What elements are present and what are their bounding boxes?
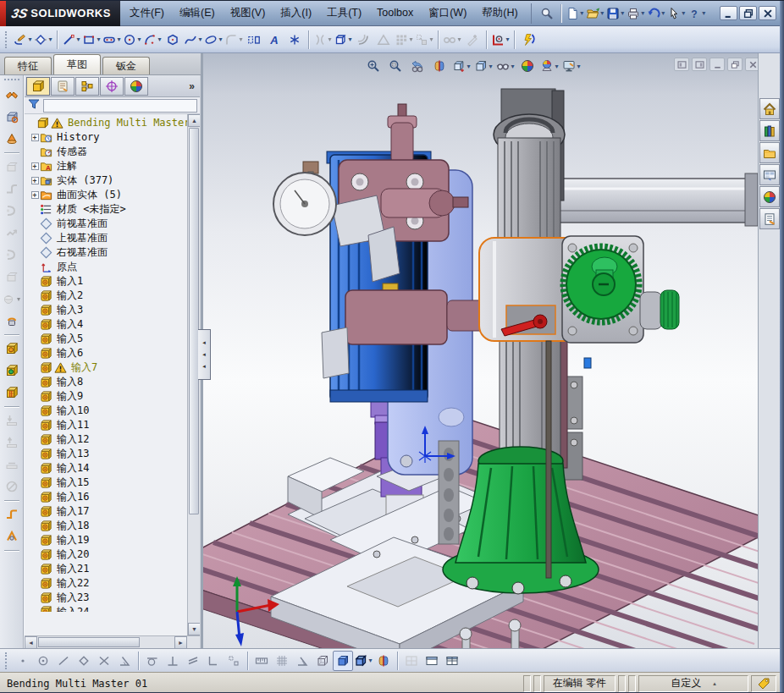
- tree-item-imported-17[interactable]: 输入17: [25, 504, 187, 519]
- dropdown-arrow[interactable]: ▾: [239, 36, 242, 43]
- tree-item-imported-7[interactable]: 输入7: [25, 360, 187, 375]
- dropdown-arrow[interactable]: ▾: [97, 36, 100, 43]
- design-library-button[interactable]: [759, 120, 780, 141]
- intersection-snap-icon[interactable]: [94, 651, 114, 671]
- perpendicular-snap-icon[interactable]: [163, 651, 183, 671]
- wireframe-display-icon[interactable]: [312, 651, 333, 671]
- model-lead-screw[interactable]: [546, 341, 551, 578]
- toolbar-drag-handle[interactable]: [5, 652, 8, 669]
- parting-line-icon[interactable]: [2, 85, 22, 105]
- tree-item-imported-12[interactable]: 输入12: [25, 432, 187, 447]
- dropdown-arrow[interactable]: ▾: [218, 36, 222, 43]
- new-document-icon[interactable]: ▾: [565, 3, 585, 24]
- undo-icon[interactable]: ▾: [646, 3, 666, 24]
- dropdown-arrow[interactable]: ▾: [76, 36, 80, 43]
- select-icon[interactable]: ▾: [666, 3, 687, 24]
- tree-item-history[interactable]: +History: [25, 130, 187, 145]
- collapse-task-pane-button[interactable]: [692, 58, 707, 71]
- dropdown-arrow[interactable]: ▾: [511, 63, 514, 70]
- scrollbar-thumb[interactable]: [38, 637, 140, 647]
- core-icon[interactable]: ▾: [2, 289, 22, 309]
- custom-properties-button[interactable]: [759, 208, 780, 229]
- dropdown-arrow[interactable]: ▾: [328, 36, 331, 43]
- tab-sheet-metal[interactable]: 钣金: [102, 57, 150, 74]
- dropdown-arrow[interactable]: ▾: [409, 36, 412, 43]
- tree-item-imported-13[interactable]: 输入13: [25, 447, 187, 461]
- line-snap-icon[interactable]: [53, 651, 74, 671]
- dropdown-arrow[interactable]: ▾: [580, 9, 583, 17]
- tree-item-material[interactable]: 材质 <未指定>: [25, 202, 187, 217]
- expand-icon[interactable]: +: [31, 177, 39, 184]
- tree-item-imported-24[interactable]: 输入24: [25, 605, 187, 612]
- grid-snap-icon[interactable]: [224, 651, 244, 671]
- rip-icon[interactable]: [2, 526, 22, 547]
- no-bends-icon[interactable]: [2, 476, 22, 497]
- insert-bends-icon[interactable]: [2, 504, 22, 525]
- fully-define-sketch-icon[interactable]: ▾: [490, 30, 511, 50]
- view-orientation-icon[interactable]: ▾: [450, 55, 472, 77]
- ellipse-icon[interactable]: ▾: [203, 30, 224, 50]
- panel-collapse-handle[interactable]: ◂◂◂: [198, 329, 211, 380]
- menu-insert[interactable]: 插入(I): [273, 1, 319, 25]
- hide-show-items-icon[interactable]: ▾: [494, 55, 516, 77]
- section-view-icon[interactable]: [428, 55, 450, 77]
- tree-item-imported-9[interactable]: 输入9: [25, 389, 187, 404]
- scroll-down-button[interactable]: ▼: [188, 623, 200, 635]
- configurationmanager-tab[interactable]: [75, 77, 99, 96]
- mirror-entities-icon[interactable]: [244, 30, 264, 50]
- scroll-up-button[interactable]: ▲: [188, 114, 200, 127]
- radiate-surface-icon[interactable]: [2, 245, 22, 265]
- menu-window[interactable]: 窗口(W): [421, 1, 474, 25]
- dropdown-arrow[interactable]: ▾: [577, 63, 580, 70]
- smart-dimension-icon[interactable]: ▾: [33, 30, 53, 50]
- expand-icon[interactable]: +: [31, 162, 39, 170]
- polygon-icon[interactable]: [163, 30, 183, 50]
- display-relations-icon[interactable]: ▾: [442, 30, 462, 50]
- tree-item-imported-8[interactable]: 输入8: [25, 375, 187, 389]
- help-icon[interactable]: ?▾: [687, 3, 707, 24]
- featuremanager-design-tree-tab[interactable]: [26, 77, 50, 96]
- window-close-button[interactable]: [759, 6, 776, 20]
- close-document-button[interactable]: [745, 58, 758, 71]
- extruded-boss-icon[interactable]: [2, 338, 22, 359]
- revolved-boss-icon[interactable]: [2, 360, 22, 381]
- solidworks-resources-button[interactable]: [759, 98, 780, 119]
- parallel-snap-icon[interactable]: [183, 651, 203, 671]
- tree-item-annotations[interactable]: +A注解: [25, 159, 187, 173]
- tree-item-solid-bodies[interactable]: +实体 (377): [25, 173, 187, 188]
- dropdown-arrow[interactable]: ▾: [117, 36, 120, 43]
- menu-file[interactable]: 文件(F): [122, 1, 172, 25]
- move-entities-icon[interactable]: ▾: [414, 30, 434, 50]
- tree-filter-input[interactable]: [43, 99, 197, 113]
- model-3d-view[interactable]: [203, 79, 758, 648]
- tree-item-top-plane[interactable]: 上视基准面: [25, 231, 187, 245]
- scrollbar-thumb[interactable]: [189, 128, 199, 514]
- status-custom-dropdown[interactable]: 自定义 ▴: [638, 675, 748, 692]
- tree-item-imported-18[interactable]: 输入18: [25, 519, 187, 533]
- view-settings-icon[interactable]: ▾: [560, 55, 582, 77]
- open-document-icon[interactable]: ▾: [585, 3, 605, 24]
- tab-sketch[interactable]: 草图: [53, 54, 101, 74]
- trim-entities-icon[interactable]: ▾: [312, 30, 333, 50]
- line-icon[interactable]: ▾: [61, 30, 81, 50]
- dropdown-arrow[interactable]: ▾: [457, 36, 461, 43]
- tree-item-imported-14[interactable]: 输入14: [25, 461, 187, 476]
- menu-edit[interactable]: 编辑(E): [172, 1, 223, 25]
- view-palette-button[interactable]: [759, 164, 780, 185]
- four-view-icon[interactable]: [442, 651, 462, 671]
- dropdown-arrow[interactable]: ▾: [348, 36, 351, 43]
- menu-view[interactable]: 视图(V): [223, 1, 273, 25]
- tag-icon[interactable]: [751, 675, 776, 692]
- restore-document-button[interactable]: [727, 58, 743, 71]
- minimize-document-button[interactable]: [709, 58, 725, 71]
- tree-item-imported-21[interactable]: 输入21: [25, 562, 187, 576]
- shut-off-surface-icon[interactable]: [2, 201, 22, 221]
- collapse-feature-pane-button[interactable]: [674, 58, 689, 71]
- linear-pattern-icon[interactable]: [2, 382, 22, 403]
- dropdown-arrow[interactable]: ▾: [157, 36, 161, 43]
- dropdown-arrow[interactable]: ▾: [702, 9, 705, 17]
- toolbar-drag-handle[interactable]: [4, 79, 19, 81]
- tree-item-origin[interactable]: 原点: [25, 260, 187, 274]
- angle-display-icon[interactable]: [292, 651, 312, 671]
- edit-appearance-icon[interactable]: [516, 55, 538, 77]
